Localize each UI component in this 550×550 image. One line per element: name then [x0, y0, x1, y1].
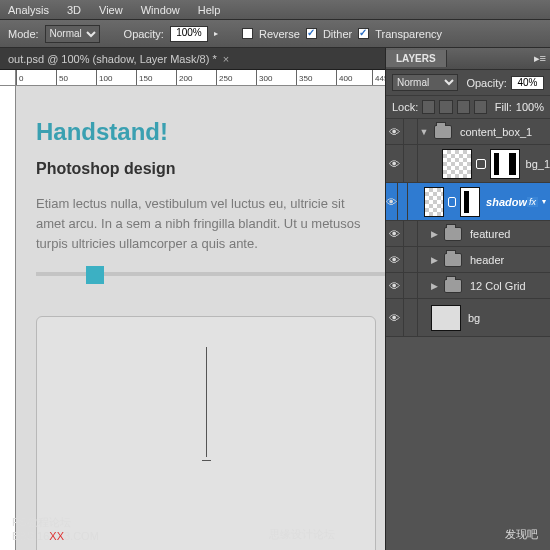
triangle-right-icon[interactable]: ▶: [428, 229, 440, 239]
ruler-tick: 300: [256, 70, 272, 86]
opacity-chevron-icon[interactable]: ▸: [214, 29, 218, 38]
ruler-tick: 400: [336, 70, 352, 86]
horizontal-ruler[interactable]: 0 50 100 150 200 250 300 350 400 445: [16, 70, 385, 86]
reverse-checkbox[interactable]: [242, 28, 253, 39]
transparency-label: Transparency: [375, 28, 442, 40]
mode-label: Mode:: [8, 28, 39, 40]
chevron-down-icon[interactable]: ▾: [542, 197, 546, 206]
page-subheading: Photoshop design: [36, 160, 365, 178]
menu-view[interactable]: View: [99, 4, 123, 16]
triangle-right-icon[interactable]: ▶: [428, 255, 440, 265]
folder-icon: [444, 227, 462, 241]
menu-analysis[interactable]: Analysis: [8, 4, 49, 16]
ruler-tick: 200: [176, 70, 192, 86]
close-icon[interactable]: ×: [223, 53, 229, 65]
ruler-tick: 0: [16, 70, 23, 86]
blend-row: Normal Opacity: 40%: [386, 70, 550, 96]
layer-opacity-label: Opacity:: [466, 77, 506, 89]
link-icon[interactable]: [448, 197, 455, 207]
menu-bar: Analysis 3D View Window Help: [0, 0, 550, 20]
mode-select[interactable]: Normal: [45, 25, 100, 43]
ruler-tick: 250: [216, 70, 232, 86]
layers-panel: LAYERS ▸≡ Normal Opacity: 40% Lock: Fill…: [385, 48, 550, 550]
panel-menu-icon[interactable]: ▸≡: [534, 52, 546, 65]
menu-window[interactable]: Window: [141, 4, 180, 16]
page-heading: Handstand!: [36, 118, 365, 146]
eye-icon[interactable]: 👁: [386, 221, 404, 246]
menu-help[interactable]: Help: [198, 4, 221, 16]
layer-thumb[interactable]: [424, 187, 444, 217]
tab-layers[interactable]: LAYERS: [386, 50, 447, 67]
eye-icon[interactable]: 👁: [386, 183, 398, 220]
eye-icon[interactable]: 👁: [386, 119, 404, 144]
text-cursor-icon: [206, 347, 207, 457]
layer-name: bg_1: [522, 158, 550, 170]
opacity-input[interactable]: 100%: [170, 26, 208, 42]
layer-row-header[interactable]: 👁 ▶ header: [386, 247, 550, 273]
reverse-label: Reverse: [259, 28, 300, 40]
layer-row-bg-1[interactable]: 👁 bg_1: [386, 145, 550, 183]
eye-icon[interactable]: 👁: [386, 145, 404, 182]
lock-row: Lock: Fill: 100%: [386, 96, 550, 119]
canvas[interactable]: Handstand! Photoshop design Etiam lectus…: [16, 86, 385, 550]
options-bar: Mode: Normal Opacity: 100% ▸ Reverse Dit…: [0, 20, 550, 48]
folder-icon: [434, 125, 452, 139]
triangle-right-icon[interactable]: ▶: [428, 281, 440, 291]
work-area: 0 50 100 150 200 250 300 350 400 445 Han…: [0, 70, 385, 550]
slider-handle[interactable]: [86, 266, 104, 284]
vertical-ruler[interactable]: [0, 86, 16, 550]
layer-row-content-box-1[interactable]: 👁 ▼ content_box_1: [386, 119, 550, 145]
ruler-tick: 50: [56, 70, 68, 86]
ruler-tick: 350: [296, 70, 312, 86]
layer-name: featured: [466, 228, 550, 240]
fill-label: Fill:: [495, 101, 512, 113]
ruler-tick: 445: [372, 70, 385, 86]
eye-icon[interactable]: 👁: [386, 247, 404, 272]
layer-row-bg[interactable]: 👁 bg: [386, 299, 550, 337]
layer-opacity-input[interactable]: 40%: [511, 76, 544, 90]
ruler-tick: 100: [96, 70, 112, 86]
ruler-tick: 150: [136, 70, 152, 86]
lock-transparency-icon[interactable]: [422, 100, 435, 114]
fx-badge[interactable]: fx: [527, 197, 538, 207]
slider-track: [36, 272, 385, 276]
mask-thumb[interactable]: [460, 187, 480, 217]
fill-input[interactable]: 100%: [516, 101, 544, 113]
layer-thumb[interactable]: [431, 305, 461, 331]
menu-3d[interactable]: 3D: [67, 4, 81, 16]
triangle-down-icon[interactable]: ▼: [418, 127, 430, 137]
lock-position-icon[interactable]: [457, 100, 470, 114]
layer-row-12-col-grid[interactable]: 👁 ▶ 12 Col Grid: [386, 273, 550, 299]
mask-thumb[interactable]: [490, 149, 520, 179]
layer-name: header: [466, 254, 550, 266]
eye-icon[interactable]: 👁: [386, 299, 404, 336]
layer-row-shadow[interactable]: 👁 shadow fx ▾: [386, 183, 550, 221]
lock-all-icon[interactable]: [474, 100, 487, 114]
layers-list: 👁 ▼ content_box_1 👁 bg_1 👁 shadow fx ▾ 👁: [386, 119, 550, 337]
layer-name: 12 Col Grid: [466, 280, 550, 292]
dither-label: Dither: [323, 28, 352, 40]
eye-icon[interactable]: 👁: [386, 273, 404, 298]
layer-thumb[interactable]: [442, 149, 472, 179]
layer-name: bg: [464, 312, 550, 324]
folder-icon: [444, 279, 462, 293]
transparency-checkbox[interactable]: [358, 28, 369, 39]
page-body: Etiam lectus nulla, vestibulum vel luctu…: [36, 194, 365, 254]
layer-name: shadow: [482, 196, 527, 208]
layer-name: content_box_1: [456, 126, 550, 138]
document-title: out.psd @ 100% (shadow, Layer Mask/8) *: [8, 53, 217, 65]
opacity-label: Opacity:: [124, 28, 164, 40]
lock-pixels-icon[interactable]: [439, 100, 452, 114]
layer-row-featured[interactable]: 👁 ▶ featured: [386, 221, 550, 247]
dither-checkbox[interactable]: [306, 28, 317, 39]
lock-label: Lock:: [392, 101, 418, 113]
folder-icon: [444, 253, 462, 267]
ruler-origin[interactable]: [0, 70, 16, 86]
panel-tabs: LAYERS ▸≡: [386, 48, 550, 70]
blend-mode-select[interactable]: Normal: [392, 74, 458, 91]
content-box: [36, 316, 376, 550]
link-icon[interactable]: [476, 159, 486, 169]
